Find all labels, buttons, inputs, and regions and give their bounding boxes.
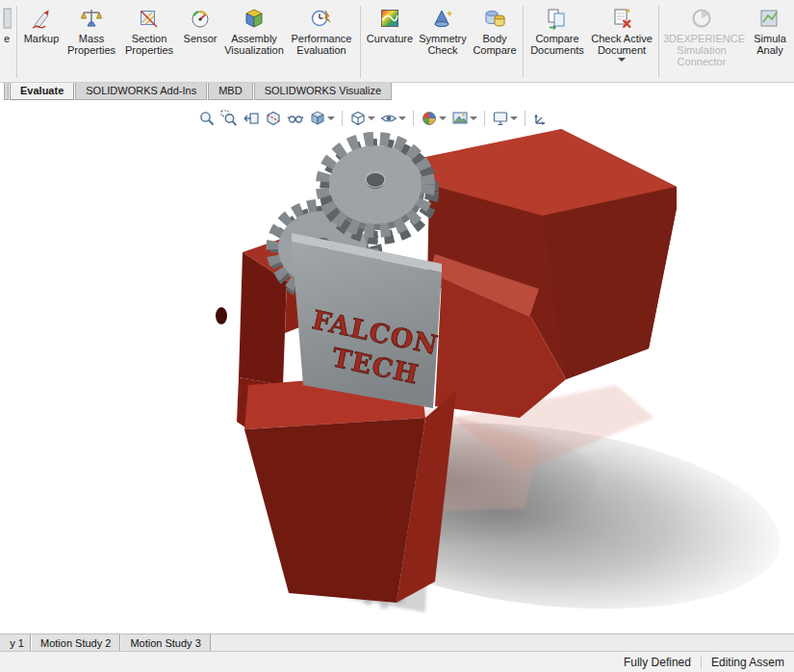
ribbon-label: Symmetry Check [417, 33, 469, 56]
ribbon-button-curvature[interactable]: Curvature [364, 2, 416, 82]
dropdown-caret-icon[interactable] [510, 116, 518, 120]
ribbon-button-markup[interactable]: Markup [20, 2, 63, 82]
model-brand-plate[interactable]: FALCON TECH [292, 233, 442, 408]
ribbon-button-check-active-document[interactable]: Check Active Document [588, 2, 655, 82]
3dexperience-connector-icon [690, 4, 713, 33]
motion-study-tab-bar: y 1 Motion Study 2 Motion Study 3 [0, 633, 794, 651]
ribbon-label: e [1, 33, 13, 44]
tab-mbd[interactable]: MBD [208, 83, 252, 100]
orientation-triad-button[interactable] [530, 108, 551, 129]
heads-up-view-toolbar [196, 108, 551, 129]
ribbon-button-assembly-visualization[interactable]: Assembly Visualization [222, 2, 286, 82]
assembly-visualization-icon [243, 4, 266, 33]
sensor-icon [189, 4, 212, 33]
zoom-to-area-button[interactable] [218, 108, 240, 129]
curvature-icon [378, 4, 401, 33]
assembly-state-text: Fully Defined [614, 656, 701, 669]
model-3d-gripper-assembly[interactable]: FALCON TECH [0, 100, 794, 633]
status-bar: Fully Defined Editing Assem [0, 651, 794, 672]
ribbon-label: Assembly Visualization [223, 33, 285, 56]
hud-separator [484, 111, 485, 126]
simulation-analysis-icon [758, 4, 781, 33]
dropdown-caret-icon[interactable] [398, 116, 406, 120]
view-orientation-icon [309, 110, 326, 127]
apply-scene-icon [451, 110, 469, 127]
hide-show-items-icon [380, 110, 397, 127]
command-manager-tabs: Evaluate SOLIDWORKS Add-Ins MBD SOLIDWOR… [0, 83, 794, 100]
ribbon-label: Performance Evaluation [287, 33, 356, 56]
dropdown-caret-icon[interactable] [368, 116, 375, 120]
ribbon-button-simulation-analysis-clipped[interactable]: Simula Analy [741, 2, 794, 82]
ribbon-label: Body Compare [471, 33, 519, 56]
zoom-to-area-icon [220, 110, 238, 127]
tab-solidworks-add-ins[interactable]: SOLIDWORKS Add-Ins [75, 83, 207, 100]
section-properties-icon [138, 4, 161, 33]
symmetry-check-icon [431, 4, 454, 33]
edit-appearance-button[interactable] [419, 108, 448, 129]
ribbon-button-compare-documents[interactable]: Compare Documents [526, 2, 588, 82]
editing-mode-text: Editing Assem [702, 656, 794, 669]
view-orientation-button[interactable] [307, 108, 337, 129]
view-settings-icon [492, 110, 509, 127]
mass-properties-icon [80, 4, 103, 33]
ribbon-label: Compare Documents [527, 33, 587, 56]
section-view-button[interactable] [263, 108, 284, 129]
ribbon-separator [658, 6, 659, 78]
tab-clipped[interactable] [4, 83, 9, 100]
orientation-triad-icon [532, 110, 550, 127]
zoom-to-fit-button[interactable] [196, 108, 218, 129]
hud-separator [525, 111, 525, 126]
previous-view-button[interactable] [241, 108, 262, 129]
graphics-area[interactable]: FALCON TECH [0, 100, 794, 633]
dropdown-caret-icon[interactable] [327, 116, 335, 120]
tab-motion-study-2[interactable]: Motion Study 2 [31, 634, 120, 651]
ribbon-label: Section Properties [121, 33, 177, 56]
ribbon-label: Markup [21, 33, 62, 44]
clipped-left-icon [2, 4, 12, 33]
ribbon-label: Simula Analy [742, 33, 794, 56]
performance-evaluation-icon [310, 4, 333, 33]
hud-separator [342, 111, 343, 126]
apply-scene-button[interactable] [449, 108, 479, 129]
ribbon-label: 3DEXPERIENCE Simulation Connector [663, 33, 740, 67]
ribbon-separator [16, 6, 17, 78]
ribbon-button-section-properties[interactable]: Section Properties [120, 2, 178, 82]
markup-icon [30, 4, 53, 33]
tab-motion-study-3[interactable]: Motion Study 3 [120, 634, 210, 651]
edit-appearance-icon [421, 110, 438, 127]
ribbon-button-performance-evaluation[interactable]: Performance Evaluation [286, 2, 357, 82]
ribbon-label: Curvature [365, 33, 415, 44]
ribbon-separator [360, 6, 361, 78]
zoom-to-fit-icon [198, 110, 216, 127]
display-style-icon [349, 110, 367, 127]
ribbon-label: Check Active Document [589, 33, 654, 56]
model-gear-large[interactable] [322, 139, 432, 238]
ribbon-button-body-compare[interactable]: Body Compare [470, 2, 520, 82]
display-style-button[interactable] [347, 108, 377, 129]
ribbon-button-clipped-left[interactable]: e [0, 2, 13, 82]
tab-motion-study-1-clipped[interactable]: y 1 [0, 634, 31, 651]
tab-solidworks-visualize[interactable]: SOLIDWORKS Visualize [254, 83, 392, 100]
body-compare-icon [483, 4, 506, 33]
dropdown-caret-icon[interactable] [439, 116, 447, 120]
check-active-document-icon [610, 4, 633, 33]
command-manager-ribbon: e Markup Mass Properties [0, 0, 794, 83]
ribbon-separator [523, 6, 524, 78]
ribbon-label: Mass Properties [64, 33, 119, 56]
ribbon-label: Sensor [179, 33, 221, 44]
dropdown-caret-icon[interactable] [618, 58, 626, 62]
hide-show-items-button[interactable] [378, 108, 408, 129]
ribbon-button-3dexperience-connector: 3DEXPERIENCE Simulation Connector [662, 2, 741, 82]
compare-documents-icon [546, 4, 569, 33]
hud-separator [413, 111, 414, 126]
ribbon-button-sensor[interactable]: Sensor [178, 2, 222, 82]
dynamic-annotation-views-button[interactable] [285, 108, 306, 129]
view-settings-button[interactable] [490, 108, 520, 129]
dynamic-annotation-views-icon [287, 110, 304, 127]
previous-view-icon [243, 110, 260, 127]
ribbon-button-mass-properties[interactable]: Mass Properties [63, 2, 120, 82]
tab-evaluate[interactable]: Evaluate [10, 83, 74, 100]
section-view-icon [265, 110, 282, 127]
dropdown-caret-icon[interactable] [470, 116, 477, 120]
ribbon-button-symmetry-check[interactable]: Symmetry Check [416, 2, 470, 82]
